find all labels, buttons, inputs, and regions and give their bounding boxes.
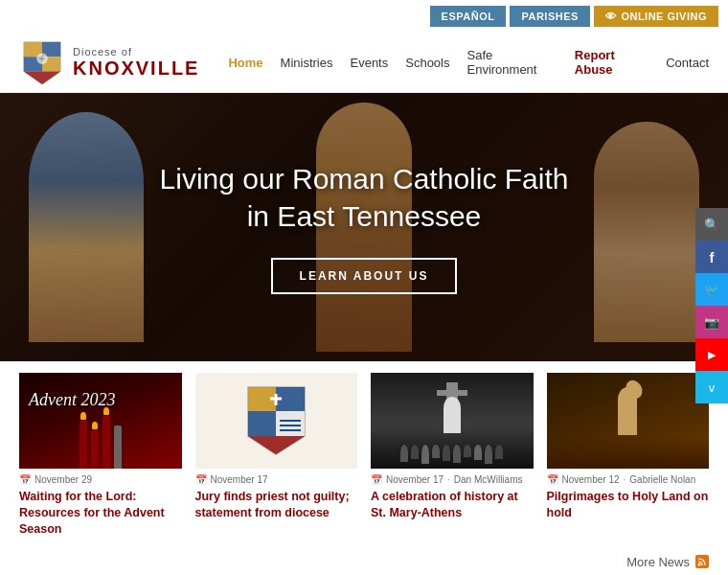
svg-rect-10 [276,411,305,436]
site-header: Diocese of KNOXVILLE Home Ministries Eve… [0,33,728,93]
candle-4 [114,426,122,469]
diocese-crest-icon [245,384,307,457]
news-date-1: 📅 November 29 [19,474,182,485]
search-social-button[interactable]: 🔍 [695,208,728,241]
candle-flame-3 [103,407,109,415]
knoxville-label: KNOXVILLE [73,58,199,79]
svg-rect-9 [248,411,276,436]
figure-left [29,112,144,342]
candle-3 [102,416,110,469]
top-bar: ESPAÑOL PARISHES 👁 ONLINE GIVING [0,0,728,33]
nav-events[interactable]: Events [350,56,388,70]
calendar-icon-4: 📅 [547,474,558,485]
calendar-icon-3: 📅 [371,474,382,485]
calendar-icon-2: 📅 [195,474,207,485]
news-card-4: 📅 November 12 · Gabrielle Nolan Pilgrima… [547,373,710,538]
social-sidebar: 🔍 f 🐦 📷 ▶ v [695,208,728,403]
nav-ministries[interactable]: Ministries [281,56,333,70]
rss-icon[interactable] [695,555,709,568]
vimeo-icon: v [709,380,716,395]
learn-about-us-button[interactable]: LEARN ABOUT US [271,258,458,294]
twitter-button[interactable]: 🐦 [695,273,728,306]
advent-candles [80,407,122,469]
instagram-icon: 📷 [704,315,719,330]
logo-shield-icon [19,38,65,86]
svg-point-16 [698,564,701,566]
facebook-icon: f [710,249,715,265]
news-thumb-mass [371,373,534,469]
search-icon: 🔍 [704,218,719,232]
news-date-2: 📅 November 17 [195,474,358,485]
candle-flame-1 [80,412,86,420]
main-nav: Home Ministries Events Schools Safe Envi… [228,48,709,77]
online-giving-button[interactable]: 👁 ONLINE GIVING [594,6,718,27]
news-card-2: 📅 November 17 Jury finds priest not guil… [195,373,358,538]
hero-title: Living our Roman Catholic Faith in East … [160,160,569,235]
news-headline-3[interactable]: A celebration of history at St. Mary-Ath… [371,489,534,521]
news-grid: Advent 2023 [19,373,709,538]
nav-contact[interactable]: Contact [666,56,709,70]
calendar-icon-1: 📅 [19,474,31,485]
nav-safe-environment[interactable]: Safe Environment [466,48,557,77]
candle-flame-2 [92,422,98,429]
figure-right [594,122,699,342]
logo[interactable]: Diocese of KNOXVILLE [19,38,199,86]
news-date-3: 📅 November 17 · Dan McWilliams [371,474,534,485]
nav-report-abuse[interactable]: Report Abuse [575,48,648,77]
eye-icon: 👁 [605,11,617,22]
facebook-button[interactable]: f [695,241,728,273]
rss-feed-icon [697,557,707,566]
news-thumb-crest [195,373,358,469]
more-news-link[interactable]: More News [626,555,690,569]
news-headline-4[interactable]: Pilgrimages to Holy Land on hold [547,489,710,521]
twitter-icon: 🐦 [704,283,719,297]
instagram-button[interactable]: 📷 [695,306,728,338]
vimeo-button[interactable]: v [695,371,728,403]
news-headline-2[interactable]: Jury finds priest not guilty; statement … [195,489,358,521]
espanol-button[interactable]: ESPAÑOL [430,6,507,27]
nav-home[interactable]: Home [228,56,262,70]
hero-banner: Living our Roman Catholic Faith in East … [0,93,728,361]
news-thumb-advent: Advent 2023 [19,373,182,469]
hero-content: Living our Roman Catholic Faith in East … [160,160,569,294]
news-section: Advent 2023 [0,361,728,547]
news-card-3: 📅 November 17 · Dan McWilliams A celebra… [371,373,534,538]
news-thumb-pilgrim [547,373,710,469]
youtube-button[interactable]: ▶ [695,338,728,371]
news-headline-1[interactable]: Waiting for the Lord: Resources for the … [19,489,182,538]
priest-figure [444,397,461,433]
news-date-4: 📅 November 12 · Gabrielle Nolan [547,474,710,485]
more-news-row: More News [0,547,728,575]
news-card-1: Advent 2023 [19,373,182,538]
youtube-icon: ▶ [708,349,716,361]
candle-1 [80,421,87,469]
candle-2 [91,430,99,469]
hero-section: Living our Roman Catholic Faith in East … [0,93,728,361]
nav-schools[interactable]: Schools [405,56,449,70]
parishes-button[interactable]: PARISHES [510,6,589,27]
diocese-label: Diocese of [73,46,199,58]
